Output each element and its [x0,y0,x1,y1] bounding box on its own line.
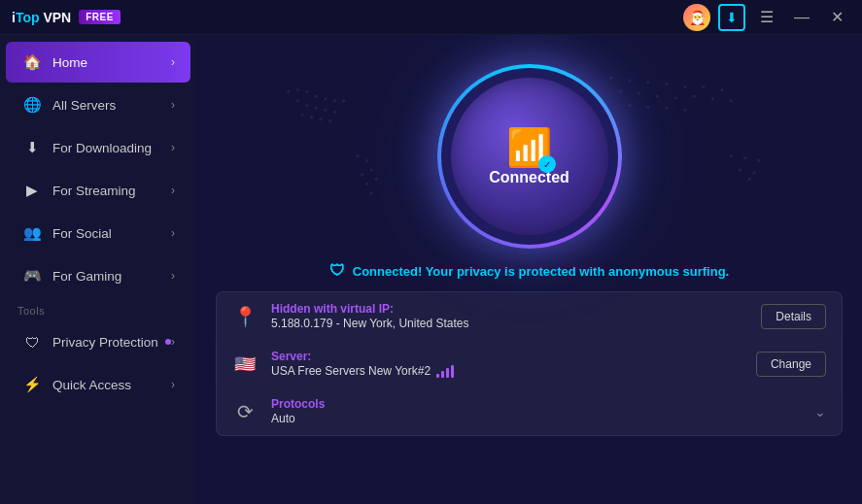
details-button[interactable]: Details [761,304,826,329]
svg-rect-65 [739,169,741,172]
shield-check-icon: ✓ [538,155,556,173]
protocol-label: Protocols [271,397,801,411]
sidebar-item-for-social[interactable]: 👥 For Social › [6,213,190,253]
svg-rect-31 [646,81,649,84]
title-bar: iTop VPN FREE 🎅 ⬇ ☰ — ✕ [0,0,862,35]
svg-rect-66 [753,171,756,174]
sidebar-label-home: Home [52,55,171,70]
gaming-icon: 🎮 [21,265,43,286]
chevron-right-icon: › [171,378,175,391]
svg-rect-57 [370,169,373,172]
menu-button[interactable]: ☰ [753,4,780,31]
svg-rect-13 [310,116,313,118]
svg-rect-58 [361,173,363,176]
free-badge: FREE [79,10,121,24]
sidebar-item-quick-access[interactable]: ⚡ Quick Access › [6,364,190,405]
chevron-right-icon: › [171,141,175,154]
svg-rect-8 [305,104,308,107]
svg-rect-30 [628,80,631,83]
signal-bar-1 [436,374,439,378]
sidebar-item-home[interactable]: 🏠 Home › [6,42,190,83]
svg-rect-14 [320,118,323,120]
ip-label: Hidden with virtual IP: [271,302,747,316]
signal-bar-3 [446,368,449,378]
svg-rect-9 [315,107,318,110]
svg-rect-41 [711,98,714,101]
svg-rect-45 [665,107,668,110]
download-icon[interactable]: ⬇ [718,4,745,31]
main-layout: 🏠 Home › 🌐 All Servers › ⬇ For Downloadi… [0,35,862,504]
svg-rect-61 [375,178,378,181]
chevron-right-icon: › [171,184,175,197]
flag-icon: 🇺🇸 [232,353,258,375]
signal-bars [436,364,454,378]
svg-rect-33 [683,85,686,88]
svg-rect-35 [720,88,723,91]
vpn-button-area: 📶 ✓ Connected [437,64,622,249]
svg-rect-37 [638,92,640,95]
sidebar-label-all-servers: All Servers [52,98,171,113]
chevron-right-icon: › [171,55,175,69]
content-area: 📶 ✓ Connected 🛡 Connected! Your privacy … [196,35,862,504]
vpn-outer-ring: 📶 ✓ Connected [437,64,622,249]
svg-rect-34 [702,85,705,88]
social-icon: 👥 [21,222,43,244]
svg-rect-64 [757,159,760,162]
ip-card: 📍 Hidden with virtual IP: 5.188.0.179 - … [216,291,843,340]
svg-rect-1 [296,88,299,91]
svg-rect-67 [748,178,751,181]
svg-rect-10 [324,109,327,112]
vpn-inner-ring: 📶 ✓ Connected [441,68,618,245]
shield-icon: 🛡 [21,331,43,353]
svg-rect-43 [628,104,631,107]
title-right: 🎅 ⬇ ☰ — ✕ [683,4,850,31]
svg-rect-32 [665,83,668,85]
svg-rect-39 [674,97,677,100]
vpn-status-text: Connected [489,169,569,186]
shield-icon: 🛡 [329,262,345,280]
sidebar-label-for-social: For Social [52,226,171,241]
sidebar-item-for-gaming[interactable]: 🎮 For Gaming › [6,255,190,296]
signal-bar-4 [451,365,454,378]
vpn-connect-button[interactable]: 📶 ✓ Connected [451,78,608,235]
svg-rect-38 [656,95,659,98]
svg-rect-5 [333,99,336,102]
sidebar-item-privacy-protection[interactable]: 🛡 Privacy Protection › [6,321,190,362]
protocol-card-text: Protocols Auto [271,397,801,425]
svg-rect-0 [287,90,290,93]
protocol-value: Auto [271,412,801,425]
server-label: Server: [271,350,742,363]
chevron-right-icon: › [171,98,175,112]
svg-rect-3 [315,95,318,98]
protocol-icon: ⟳ [232,400,258,423]
app-logo: iTop VPN [12,10,71,25]
play-icon: ▶ [21,180,43,201]
minimize-button[interactable]: — [788,4,815,31]
svg-rect-60 [370,191,373,194]
svg-rect-40 [693,95,696,98]
info-cards: 📍 Hidden with virtual IP: 5.188.0.179 - … [216,291,843,436]
svg-rect-7 [296,99,299,102]
sidebar-label-for-streaming: For Streaming [52,184,171,198]
location-icon: 📍 [232,305,258,328]
avatar[interactable]: 🎅 [683,4,710,31]
sidebar-label-for-gaming: For Gaming [52,269,171,284]
svg-rect-63 [743,156,746,159]
svg-rect-15 [328,119,331,122]
svg-rect-59 [365,183,368,185]
close-button[interactable]: ✕ [823,4,850,31]
protocol-card[interactable]: ⟳ Protocols Auto ⌄ [216,387,843,436]
svg-rect-46 [683,109,686,112]
sidebar-item-for-downloading[interactable]: ⬇ For Downloading › [6,127,190,168]
change-button[interactable]: Change [756,352,826,377]
server-value: USA Free Servers New York#2 [271,364,742,378]
sidebar-label-privacy-protection: Privacy Protection [52,335,159,350]
server-card: 🇺🇸 Server: USA Free Servers New York#2 C… [216,340,843,387]
ip-card-text: Hidden with virtual IP: 5.188.0.179 - Ne… [271,302,747,330]
svg-rect-6 [342,99,345,102]
svg-rect-44 [646,106,649,109]
sidebar-item-all-servers[interactable]: 🌐 All Servers › [6,84,190,125]
signal-bar-2 [441,371,444,378]
svg-rect-55 [357,154,360,157]
sidebar-item-for-streaming[interactable]: ▶ For Streaming › [6,170,190,211]
